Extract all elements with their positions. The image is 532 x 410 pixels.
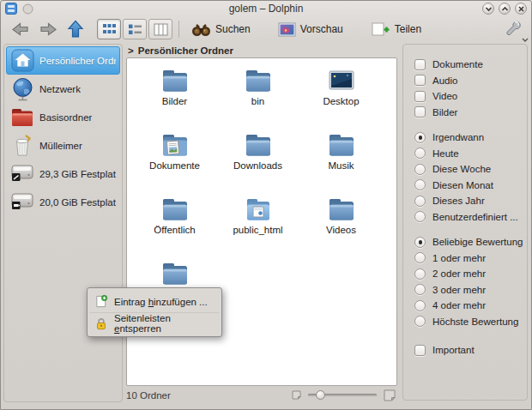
red-folder-icon: [10, 107, 34, 128]
place-item[interactable]: Basisordner: [6, 103, 120, 131]
checkbox[interactable]: [414, 106, 426, 118]
search-button[interactable]: Suchen: [185, 18, 257, 40]
date-filter-group: Irgendwann Heute Diese Woche Diesen Mona…: [414, 130, 527, 225]
place-item[interactable]: Netzwerk: [6, 75, 120, 103]
radio-button[interactable]: [414, 132, 426, 143]
context-menu-item[interactable]: Eintrag hinzufügen ...: [89, 291, 220, 312]
folder-label: Bilder: [162, 96, 187, 106]
icons-view-button[interactable]: [97, 19, 121, 39]
minimize-button[interactable]: [482, 3, 494, 15]
preview-button[interactable]: Vorschau: [272, 18, 349, 40]
filter-label: Important: [432, 345, 475, 355]
zoom-out-small-icon[interactable]: [292, 390, 301, 400]
filter-label: Audio: [432, 75, 457, 86]
checkbox[interactable]: [414, 59, 426, 70]
radio-button[interactable]: [414, 300, 426, 311]
filter-radio-row[interactable]: 2 oder mehr: [414, 266, 527, 282]
back-button[interactable]: [8, 18, 33, 40]
close-button[interactable]: [515, 3, 527, 15]
filter-radio-row[interactable]: Irgendwann: [414, 130, 527, 146]
filter-checkbox-row[interactable]: Video: [414, 88, 527, 105]
filter-label: Diese Woche: [432, 164, 491, 174]
filter-label: Benutzerdefiniert ...: [432, 212, 518, 222]
preview-image-icon: [278, 22, 296, 37]
folder-item[interactable]: Videos: [299, 194, 383, 258]
radio-button[interactable]: [414, 284, 426, 295]
filter-radio-row[interactable]: 3 oder mehr: [414, 282, 527, 298]
columns-view-button[interactable]: [148, 19, 172, 39]
details-view-button[interactable]: [123, 19, 147, 39]
checkbox[interactable]: [414, 345, 426, 356]
zoom-in-large-icon[interactable]: [384, 389, 396, 401]
filter-checkbox-row[interactable]: Bilder: [414, 105, 527, 121]
radio-button[interactable]: [414, 252, 426, 263]
folder-item[interactable]: Downloads: [216, 130, 299, 194]
checkbox[interactable]: [414, 91, 426, 102]
radio-button[interactable]: [414, 148, 426, 159]
filter-radio-row[interactable]: Höchste Bewertung: [414, 314, 527, 330]
maximize-button[interactable]: [499, 3, 511, 15]
folder-item[interactable]: public_html: [216, 194, 299, 258]
trash-icon: [10, 134, 34, 157]
folder-item[interactable]: Desktop: [299, 65, 383, 130]
filter-checkbox-row[interactable]: Audio: [414, 73, 527, 89]
checkbox[interactable]: [414, 75, 426, 86]
forward-button[interactable]: [35, 18, 61, 40]
titlebar[interactable]: golem – Dolphin: [1, 1, 531, 16]
filter-radio-row[interactable]: Diese Woche: [414, 161, 527, 178]
app-icon[interactable]: [5, 3, 17, 15]
folder-item[interactable]: Öffentlich: [133, 194, 216, 258]
place-item[interactable]: Persönlicher Ordner: [6, 46, 120, 75]
place-item[interactable]: Mülleimer: [6, 131, 120, 160]
pin-button[interactable]: [22, 3, 33, 15]
filter-radio-row[interactable]: Diesen Monat: [414, 178, 527, 194]
settings-menu-button[interactable]: [501, 18, 524, 40]
filter-label: Dokumente: [432, 59, 483, 69]
radio-button[interactable]: [414, 237, 426, 248]
place-label: Netzwerk: [39, 84, 81, 94]
wrench-icon: [505, 19, 521, 35]
filter-checkbox-row[interactable]: Important: [414, 342, 527, 359]
folder-item[interactable]: Musik: [299, 130, 383, 194]
folder-icon: [160, 258, 190, 286]
place-item[interactable]: 29,3 GiB Festplatte: [6, 160, 120, 188]
place-label: 29,3 GiB Festplatte: [39, 169, 116, 179]
menu-add-entry-icon: [94, 294, 108, 309]
breadcrumb[interactable]: > Persönlicher Ordner: [128, 44, 396, 57]
folder-icon: [327, 194, 356, 222]
folder-item[interactable]: Dokumente: [133, 130, 216, 194]
folder-label: public_html: [233, 225, 282, 235]
filter-checkbox-row[interactable]: Dokumente: [414, 57, 527, 73]
filter-radio-row[interactable]: Benutzerdefiniert ...: [414, 209, 527, 226]
context-menu-item[interactable]: Seitenleisten entsperren: [89, 312, 220, 334]
folder-label: Downloads: [233, 160, 282, 171]
folder-label: Videos: [326, 225, 356, 235]
filter-radio-row[interactable]: Beliebige Bewertung: [414, 234, 527, 250]
folder-item[interactable]: bin: [216, 65, 299, 130]
place-item[interactable]: 20,0 GiB Festplatte: [6, 188, 120, 216]
filter-radio-row[interactable]: Heute: [414, 146, 527, 162]
radio-button[interactable]: [414, 211, 426, 222]
radio-button[interactable]: [414, 316, 426, 327]
radio-button[interactable]: [414, 164, 426, 175]
radio-button[interactable]: [414, 196, 426, 207]
filter-label: 1 oder mehr: [432, 253, 486, 263]
filter-radio-row[interactable]: 4 oder mehr: [414, 298, 527, 314]
harddisk-eject-icon: [10, 191, 34, 213]
filter-label: Diesen Monat: [432, 180, 493, 190]
folder-documents-icon: [160, 130, 190, 158]
radio-button[interactable]: [414, 179, 426, 190]
zoom-slider[interactable]: [308, 390, 377, 400]
harddisk-icon: [10, 163, 34, 184]
radio-button[interactable]: [414, 268, 426, 280]
place-label: Basisordner: [39, 112, 92, 123]
breadcrumb-label[interactable]: Persönlicher Ordner: [138, 45, 233, 56]
up-button[interactable]: [63, 18, 88, 40]
folder-item[interactable]: Bilder: [133, 65, 216, 130]
share-button[interactable]: Teilen: [365, 18, 427, 40]
filter-radio-row[interactable]: 1 oder mehr: [414, 250, 527, 267]
places-panel: Persönlicher Ordner Netzwerk Basisordner…: [3, 44, 123, 402]
filter-radio-row[interactable]: Dieses Jahr: [414, 193, 527, 209]
zoom-slider-handle[interactable]: [316, 390, 325, 400]
filter-label: 2 oder mehr: [432, 268, 486, 279]
